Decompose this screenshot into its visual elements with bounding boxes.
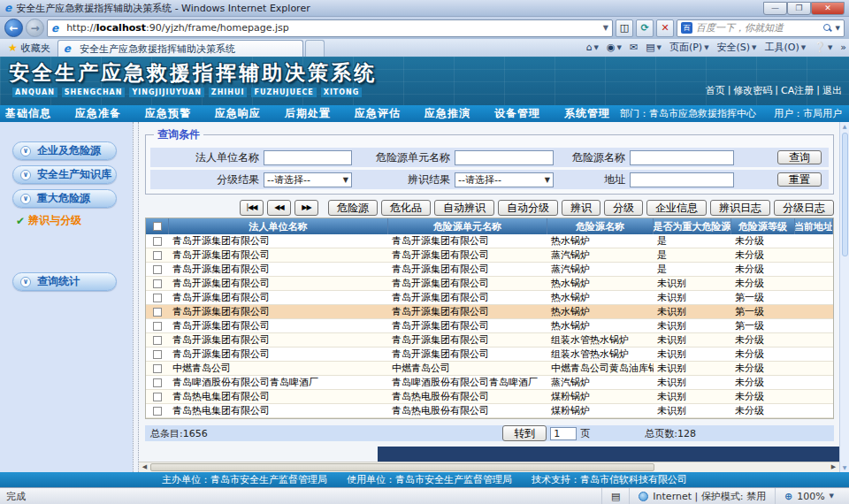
select-all-checkbox[interactable]	[153, 222, 162, 231]
search-icon[interactable]	[823, 24, 832, 33]
help-button[interactable]: ❔▼	[814, 42, 832, 53]
compatibility-view-button[interactable]: ◫	[616, 19, 633, 37]
menu-item[interactable]: 后期处置	[285, 106, 331, 121]
feeds-button[interactable]: ◉▼	[607, 42, 622, 53]
print-button[interactable]: ▤▼	[646, 42, 662, 53]
home-button[interactable]: ⌂▼	[586, 42, 599, 53]
page-menu-button[interactable]: 页面(P)▼	[669, 41, 709, 54]
prev-page-button[interactable]: ◀◀	[267, 200, 291, 216]
table-row[interactable]: 青岛开源集团有限公司青岛开源集团有限公司蒸汽锅炉是未分级	[146, 248, 833, 263]
new-tab-button[interactable]	[305, 40, 325, 57]
sidebar-group-button[interactable]: ∨安全生产知识库	[12, 165, 117, 184]
header-link-1[interactable]: 首页	[706, 84, 725, 97]
table-row[interactable]: 青岛啤酒股份有限公司青岛啤酒厂青岛啤酒股份有限公司青岛啤酒厂蒸汽锅炉未识别未分级	[146, 376, 833, 390]
search-box[interactable]: 百 百度一下，你就知道 ▼	[677, 19, 845, 37]
input-危险源名称[interactable]	[630, 150, 734, 165]
forward-button[interactable]: →	[26, 19, 44, 37]
row-checkbox[interactable]	[153, 350, 162, 359]
menu-item[interactable]: 应急响应	[215, 106, 261, 121]
back-button[interactable]: ←	[4, 19, 23, 37]
table-row[interactable]: 青岛热电集团有限公司青岛热电股份有限公司煤粉锅炉未识别未分级	[146, 404, 833, 418]
menu-item[interactable]: 系统管理	[564, 106, 610, 121]
toolbar-button-自动辨识[interactable]: 自动辨识	[434, 200, 494, 216]
toolbar-button-危险源[interactable]: 危险源	[328, 200, 378, 216]
table-row[interactable]: 青岛开源集团有限公司青岛开源集团有限公司热水锅炉是未分级	[146, 234, 833, 248]
stop-button[interactable]: ✕	[656, 19, 674, 37]
horizontal-scroll-thumb[interactable]	[150, 463, 654, 471]
toolbar-button-分级[interactable]: 分级	[604, 200, 643, 216]
first-page-button[interactable]: |◀◀	[240, 200, 264, 216]
table-row[interactable]: 青岛开源集团有限公司青岛开源集团有限公司组装水管热水锅炉未识别未分级	[146, 347, 833, 362]
table-row[interactable]: 青岛开源集团有限公司青岛开源集团有限公司热水锅炉未识别第一级	[146, 305, 833, 319]
row-checkbox[interactable]	[153, 393, 162, 401]
menu-item[interactable]: 设备管理	[494, 106, 540, 121]
sidebar-group-button[interactable]: ∨企业及危险源	[12, 141, 117, 160]
row-checkbox[interactable]	[153, 308, 162, 317]
maximize-button[interactable]: ❐	[787, 2, 811, 15]
close-button[interactable]: ✕	[811, 2, 845, 15]
header-link-4[interactable]: 退出	[822, 84, 842, 97]
table-row[interactable]: 青岛开源集团有限公司青岛开源集团有限公司热水锅炉未识别第一级	[146, 319, 833, 333]
row-checkbox[interactable]	[153, 364, 162, 373]
refresh-button[interactable]: ⟳	[636, 19, 654, 37]
menu-item[interactable]: 应急推演	[424, 106, 470, 121]
page-number-input[interactable]: 1	[550, 427, 577, 440]
favorites-button[interactable]: ★ 收藏夹	[3, 41, 57, 57]
zoom-dropdown-icon[interactable]: ▼	[830, 493, 834, 500]
sidebar-item-active[interactable]: ✔辨识与分级	[16, 213, 133, 228]
minimize-button[interactable]: —	[763, 2, 787, 15]
frame-splitter[interactable]	[133, 122, 139, 472]
horizontal-scrollbar[interactable]: ◀ ▶	[139, 462, 839, 472]
table-row[interactable]: 青岛热电集团有限公司青岛热电股份有限公司煤粉锅炉未识别未分级	[146, 390, 833, 404]
menu-item[interactable]: 应急预警	[145, 106, 191, 121]
select-辨识结果[interactable]: --请选择--▼	[455, 172, 554, 187]
goto-button[interactable]: 转到	[502, 425, 547, 441]
chevron-more-button[interactable]: »	[840, 42, 846, 53]
toolbar-button-辨识[interactable]: 辨识	[562, 200, 600, 216]
row-checkbox[interactable]	[153, 265, 162, 274]
toolbar-button-分级日志[interactable]: 分级日志	[774, 200, 834, 216]
table-row[interactable]: 青岛开源集团有限公司青岛开源集团有限公司热水锅炉未识别第一级	[146, 291, 833, 305]
scroll-up-icon[interactable]: ▲	[843, 122, 847, 131]
row-checkbox[interactable]	[153, 407, 162, 416]
scroll-down-icon[interactable]: ▼	[843, 463, 847, 472]
input-法人单位名称[interactable]	[264, 150, 352, 165]
url-field[interactable]: e http://localhost:90/yjzh/frame/homepag…	[47, 19, 613, 37]
row-checkbox[interactable]	[153, 294, 162, 302]
vertical-scrollbar[interactable]: ▲ ▼	[839, 122, 849, 472]
sidebar-group-button[interactable]: ∨重大危险源	[12, 189, 117, 208]
tools-menu-button[interactable]: 工具(O)▼	[765, 41, 807, 54]
toolbar-button-辨识日志[interactable]: 辨识日志	[710, 200, 770, 216]
select-分级结果[interactable]: --请选择--▼	[264, 172, 352, 187]
row-checkbox[interactable]	[153, 322, 162, 331]
row-checkbox[interactable]	[153, 237, 162, 246]
row-checkbox[interactable]	[153, 378, 162, 387]
reset-button[interactable]: 重置	[777, 172, 822, 187]
menu-item[interactable]: 基础信息	[5, 106, 51, 121]
header-link-3[interactable]: CA注册	[781, 84, 814, 97]
search-dropdown-icon[interactable]: ▼	[836, 25, 840, 32]
header-link-2[interactable]: 修改密码	[733, 84, 772, 97]
table-row[interactable]: 青岛开源集团有限公司青岛开源集团有限公司组装水管热水锅炉未识别未分级	[146, 333, 833, 347]
toolbar-button-企业信息[interactable]: 企业信息	[646, 200, 707, 216]
menu-item[interactable]: 应急准备	[75, 106, 121, 121]
next-page-button[interactable]: ▶▶	[294, 200, 318, 216]
sidebar-group-button[interactable]: ∨查询统计	[12, 272, 117, 291]
search-button[interactable]: 查询	[777, 150, 822, 164]
safety-menu-button[interactable]: 安全(S)▼	[717, 41, 757, 54]
table-row[interactable]: 青岛开源集团有限公司青岛开源集团有限公司热水锅炉未识别未分级	[146, 277, 833, 291]
browser-tab[interactable]: e 安全生产应急救援指挥辅助决策系统	[57, 40, 303, 57]
vertical-scroll-thumb[interactable]	[842, 133, 848, 256]
row-checkbox[interactable]	[153, 279, 162, 288]
menu-item[interactable]: 应急评估	[355, 106, 401, 121]
scroll-right-icon[interactable]: ▶	[828, 462, 839, 472]
toolbar-button-危化品[interactable]: 危化品	[381, 200, 431, 216]
input-危险源单元名称[interactable]	[455, 150, 554, 165]
url-dropdown-icon[interactable]: ▼	[603, 24, 608, 32]
scroll-left-icon[interactable]: ◀	[139, 462, 150, 472]
zoom-control[interactable]: ⊕ 100% ▼	[775, 488, 843, 504]
input-地址[interactable]	[630, 172, 734, 187]
row-checkbox[interactable]	[153, 336, 162, 345]
mail-button[interactable]: ✉	[630, 42, 638, 53]
row-checkbox[interactable]	[153, 251, 162, 260]
